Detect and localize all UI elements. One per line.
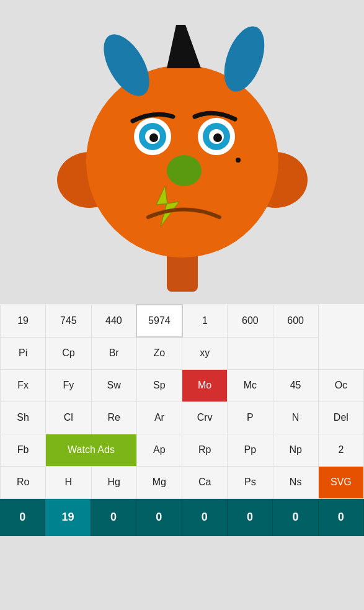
- bottom-cell-1[interactable]: 19: [45, 499, 91, 536]
- cell-45[interactable]: 45: [273, 369, 318, 401]
- cell-ca[interactable]: Ca: [182, 466, 228, 498]
- grid-area: 19 745 440 5974 1 600 600 Pi Cp Br Zo xy…: [0, 304, 364, 499]
- bottom-cell-2[interactable]: 0: [91, 499, 136, 536]
- cell-ns[interactable]: Ns: [273, 466, 318, 498]
- table-row: Pi Cp Br Zo xy: [1, 337, 364, 369]
- cell-fx[interactable]: Fx: [1, 369, 46, 401]
- cell-cl[interactable]: Cl: [46, 401, 91, 434]
- cell-rp[interactable]: Rp: [182, 434, 228, 466]
- cell-empty2: [273, 337, 318, 369]
- bottom-bar: 0 19 0 0 0 0 0 0: [0, 499, 364, 536]
- cell-19[interactable]: 19: [1, 305, 46, 337]
- cell-empty1: [228, 337, 273, 369]
- bottom-cell-4[interactable]: 0: [182, 499, 228, 536]
- watch-ads-button[interactable]: Watch Ads: [46, 434, 137, 466]
- cell-re[interactable]: Re: [91, 401, 136, 434]
- cell-745[interactable]: 745: [46, 305, 91, 337]
- bottom-cell-5[interactable]: 0: [228, 499, 273, 536]
- table-row: Ro H Hg Mg Ca Ps Ns SVG: [1, 466, 364, 498]
- cell-1[interactable]: 1: [182, 305, 228, 337]
- cell-ar[interactable]: Ar: [136, 401, 182, 434]
- cell-score[interactable]: 5974: [136, 305, 182, 337]
- cell-cp[interactable]: Cp: [46, 337, 91, 369]
- cell-pi[interactable]: Pi: [1, 337, 46, 369]
- character-area: [0, 0, 364, 304]
- cell-sw[interactable]: Sw: [91, 369, 136, 401]
- cell-np[interactable]: Np: [273, 434, 318, 466]
- cell-sp[interactable]: Sp: [136, 369, 182, 401]
- table-row: Fb Watch Ads Ap Rp Pp Np 2: [1, 434, 364, 466]
- cell-440[interactable]: 440: [91, 305, 136, 337]
- table-row: 19 745 440 5974 1 600 600: [1, 305, 364, 337]
- svg-point-13: [149, 133, 158, 142]
- cell-oc[interactable]: Oc: [318, 369, 363, 401]
- cell-crv[interactable]: Crv: [182, 401, 228, 434]
- cell-zo[interactable]: Zo: [136, 337, 182, 369]
- cell-fy[interactable]: Fy: [46, 369, 91, 401]
- cell-pp[interactable]: Pp: [228, 434, 273, 466]
- cell-n[interactable]: N: [273, 401, 318, 434]
- cell-xy[interactable]: xy: [182, 337, 228, 369]
- bottom-cell-6[interactable]: 0: [273, 499, 318, 536]
- cell-mg[interactable]: Mg: [136, 466, 182, 498]
- cell-h[interactable]: H: [46, 466, 91, 498]
- cell-600a[interactable]: 600: [228, 305, 273, 337]
- cell-2[interactable]: 2: [318, 434, 363, 466]
- svg-marker-4: [167, 25, 201, 68]
- cell-ro[interactable]: Ro: [1, 466, 46, 498]
- bottom-cell-7[interactable]: 0: [319, 499, 364, 536]
- cell-600b[interactable]: 600: [273, 305, 318, 337]
- svg-point-14: [213, 133, 222, 142]
- svg-point-16: [236, 158, 241, 163]
- bottom-cell-0[interactable]: 0: [0, 499, 45, 536]
- cell-p[interactable]: P: [228, 401, 273, 434]
- grid-table: 19 745 440 5974 1 600 600 Pi Cp Br Zo xy…: [0, 304, 364, 499]
- cell-del[interactable]: Del: [318, 401, 363, 434]
- cell-ps[interactable]: Ps: [228, 466, 273, 498]
- bottom-cell-3[interactable]: 0: [136, 499, 182, 536]
- character-svg: [52, 6, 313, 298]
- table-row: Fx Fy Sw Sp Mo Mc 45 Oc: [1, 369, 364, 401]
- cell-hg[interactable]: Hg: [91, 466, 136, 498]
- cell-mc[interactable]: Mc: [228, 369, 273, 401]
- cell-mo[interactable]: Mo: [182, 369, 228, 401]
- cell-ap[interactable]: Ap: [136, 434, 182, 466]
- cell-sh[interactable]: Sh: [1, 401, 46, 434]
- cell-br[interactable]: Br: [91, 337, 136, 369]
- svg-point-15: [167, 155, 202, 186]
- cell-svg[interactable]: SVG: [318, 466, 363, 498]
- table-row: Sh Cl Re Ar Crv P N Del: [1, 401, 364, 434]
- cell-fb[interactable]: Fb: [1, 434, 46, 466]
